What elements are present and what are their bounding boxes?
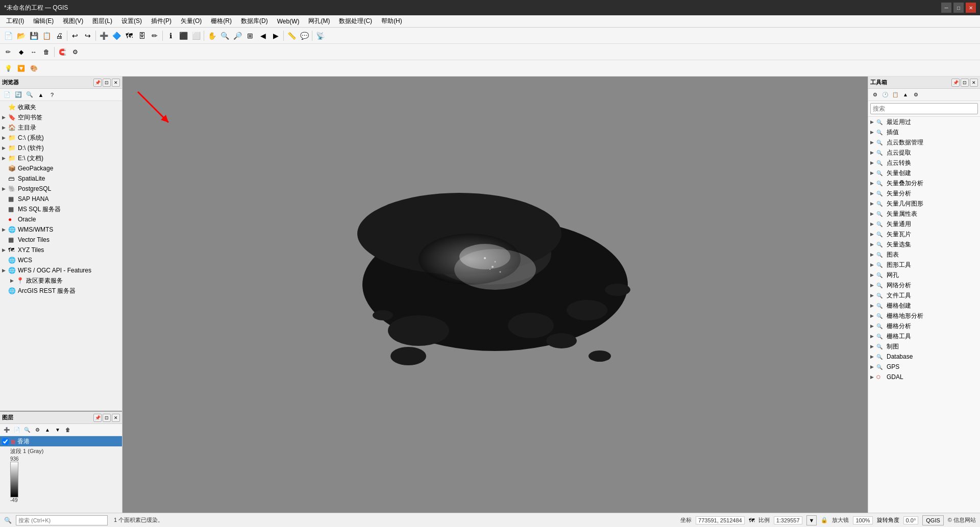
- menu-vector[interactable]: 矢量(O): [177, 16, 206, 27]
- layers-close-btn[interactable]: ✕: [112, 414, 120, 422]
- add-raster-btn[interactable]: 🗺: [123, 30, 135, 42]
- browser-pin-btn[interactable]: 📌: [93, 79, 102, 87]
- toolbox-item-vector-general[interactable]: ▶ 🔍 矢量通用: [868, 219, 980, 229]
- tree-item-geopackage[interactable]: 📦 GeoPackage: [0, 163, 122, 173]
- toolbox-item-database[interactable]: ▶ 🔍 Database: [868, 352, 980, 362]
- tree-item-postgresql[interactable]: ▶ 🐘 PostgreSQL: [0, 184, 122, 194]
- tree-item-vector-tiles[interactable]: ▦ Vector Tiles: [0, 235, 122, 245]
- menu-settings[interactable]: 设置(S): [117, 16, 146, 27]
- tree-item-c-drive[interactable]: ▶ 📁 C:\ (系统): [0, 133, 122, 143]
- toolbox-float-btn[interactable]: ⊡: [961, 79, 969, 87]
- toolbox-pin-btn[interactable]: 📌: [951, 79, 960, 87]
- tree-item-sap-hana[interactable]: ▦ SAP HANA: [0, 194, 122, 204]
- status-search-input[interactable]: [16, 515, 108, 525]
- toolbox-item-vector-select[interactable]: ▶ 🔍 矢量选集: [868, 239, 980, 249]
- menu-raster[interactable]: 栅格(R): [207, 16, 236, 27]
- move-up-btn[interactable]: ▲: [43, 425, 52, 435]
- toolbox-item-raster-terrain[interactable]: ▶ 🔍 栅格地形分析: [868, 311, 980, 321]
- style-btn[interactable]: 🎨: [28, 62, 40, 74]
- render-btn[interactable]: QGIS: [922, 515, 944, 525]
- layer-visibility-checkbox[interactable]: [2, 438, 9, 445]
- menu-plugins[interactable]: 插件(P): [147, 16, 176, 27]
- menu-help[interactable]: 帮助(H): [377, 16, 406, 27]
- map-tip-btn[interactable]: 💡: [2, 62, 14, 74]
- tree-item-xyz-tiles[interactable]: ▶ 🗺 XYZ Tiles: [0, 245, 122, 255]
- toolbox-item-file[interactable]: ▶ 🔍 文件工具: [868, 290, 980, 300]
- annotation-btn[interactable]: 💬: [298, 30, 310, 42]
- browser-help-btn[interactable]: ?: [47, 90, 57, 100]
- layers-pin-btn[interactable]: 📌: [93, 414, 102, 422]
- toolbox-item-vector-create[interactable]: ▶ 🔍 矢量创建: [868, 168, 980, 178]
- toolbox-tool-btn4[interactable]: ▲: [901, 90, 910, 99]
- tree-item-oracle[interactable]: ● Oracle: [0, 214, 122, 224]
- tree-item-wcs[interactable]: 🌐 WCS: [0, 255, 122, 265]
- toolbox-item-chart-tools[interactable]: ▶ 🔍 图形工具: [868, 260, 980, 270]
- toolbox-item-cartography[interactable]: ▶ 🔍 制图: [868, 341, 980, 352]
- toolbox-item-gps[interactable]: ▶ 🔍 GPS: [868, 362, 980, 372]
- tree-item-d-drive[interactable]: ▶ 📁 D:\ (软件): [0, 143, 122, 153]
- minimize-button[interactable]: ─: [941, 3, 951, 13]
- close-button[interactable]: ✕: [966, 3, 976, 13]
- browser-filter-btn[interactable]: 🔍: [24, 90, 35, 100]
- tree-item-ms-sql[interactable]: ▦ MS SQL 服务器: [0, 204, 122, 214]
- toolbox-item-gdal[interactable]: ▶ ⬡ GDAL: [868, 372, 980, 382]
- toolbox-item-point-cloud-extract[interactable]: ▶ 🔍 点云提取: [868, 147, 980, 158]
- toolbox-tool-btn2[interactable]: 🕐: [880, 90, 890, 99]
- redo-btn[interactable]: ↪: [82, 30, 94, 42]
- toolbox-item-point-cloud-convert[interactable]: ▶ 🔍 点云转换: [868, 158, 980, 168]
- browser-refresh-btn[interactable]: 🔄: [13, 90, 23, 100]
- add-vector-btn[interactable]: 🔷: [110, 30, 122, 42]
- browser-float-btn[interactable]: ⊡: [103, 79, 111, 87]
- zoom-in-btn[interactable]: 🔍: [218, 30, 231, 42]
- maximize-button[interactable]: □: [953, 3, 964, 13]
- save-project-btn[interactable]: 💾: [28, 30, 40, 42]
- layers-float-btn[interactable]: ⊡: [103, 414, 111, 422]
- map-area[interactable]: [122, 77, 868, 513]
- menu-web[interactable]: Web(W): [273, 17, 304, 26]
- zoom-out-btn[interactable]: 🔎: [231, 30, 243, 42]
- undo-btn[interactable]: ↩: [69, 30, 81, 42]
- toolbox-item-interpolation[interactable]: ▶ 🔍 插值: [868, 127, 980, 137]
- layer-item-hk[interactable]: ▦ 香港: [0, 436, 122, 446]
- toolbox-tool-btn3[interactable]: 📋: [891, 90, 900, 99]
- toolbox-item-mesh[interactable]: ▶ 🔍 网孔: [868, 270, 980, 280]
- deselect-btn[interactable]: ⬜: [190, 30, 202, 42]
- toolbox-item-charts[interactable]: ▶ 🔍 图表: [868, 249, 980, 260]
- menu-mesh[interactable]: 网孔(M): [304, 16, 334, 27]
- identify-btn[interactable]: ℹ: [164, 30, 177, 42]
- tree-item-home[interactable]: ▶ 🏠 主目录: [0, 122, 122, 133]
- tree-item-bookmarks[interactable]: ▶ 🔖 空间书签: [0, 112, 122, 122]
- open-style-btn[interactable]: ⚙: [33, 425, 42, 435]
- toolbox-item-vector-attrs[interactable]: ▶ 🔍 矢量属性表: [868, 209, 980, 219]
- print-btn[interactable]: 🖨: [53, 30, 65, 42]
- measure-btn[interactable]: 📏: [285, 30, 298, 42]
- tree-item-admin-service[interactable]: ▶ 📍 政区要素服务: [0, 275, 122, 286]
- tree-item-spatialite[interactable]: 🗃 SpatiaLite: [0, 173, 122, 184]
- toolbox-item-raster-analysis[interactable]: ▶ 🔍 栅格分析: [868, 321, 980, 331]
- add-layer-tb-btn[interactable]: 📄: [12, 425, 21, 435]
- remove-layer-btn[interactable]: 🗑: [63, 425, 72, 435]
- digitize-btn[interactable]: ✏: [149, 30, 161, 42]
- new-project-btn[interactable]: 📄: [2, 30, 14, 42]
- toolbox-item-vector-overlay[interactable]: ▶ 🔍 矢量叠加分析: [868, 178, 980, 188]
- menu-edit[interactable]: 编辑(E): [29, 16, 58, 27]
- browser-close-btn[interactable]: ✕: [112, 79, 120, 87]
- tree-item-wfs[interactable]: ▶ 🌐 WFS / OGC API - Features: [0, 265, 122, 275]
- zoom-next-btn[interactable]: ▶: [270, 30, 282, 42]
- pan-btn[interactable]: ✋: [206, 30, 218, 42]
- toolbox-close-btn[interactable]: ✕: [970, 79, 978, 87]
- toolbox-item-vector-geometry[interactable]: ▶ 🔍 矢量几何图形: [868, 198, 980, 209]
- tree-item-arcgis[interactable]: 🌐 ArcGIS REST 服务器: [0, 286, 122, 296]
- menu-processing[interactable]: 数据处理(C): [335, 16, 376, 27]
- browser-collapse-btn[interactable]: ▲: [36, 90, 46, 100]
- gps-tool-btn[interactable]: 📡: [314, 30, 326, 42]
- menu-view[interactable]: 视图(V): [59, 16, 87, 27]
- edit-feature-btn[interactable]: ✏: [2, 46, 14, 58]
- delete-feature-btn[interactable]: 🗑: [40, 46, 53, 58]
- tree-item-favorites[interactable]: ⭐ 收藏夹: [0, 102, 122, 112]
- node-tool-btn[interactable]: ◆: [15, 46, 27, 58]
- tree-item-wms[interactable]: ▶ 🌐 WMS/WMTS: [0, 224, 122, 235]
- add-group-btn[interactable]: ➕: [2, 425, 11, 435]
- save-as-btn[interactable]: 📋: [40, 30, 53, 42]
- snap-btn[interactable]: 🧲: [56, 46, 68, 58]
